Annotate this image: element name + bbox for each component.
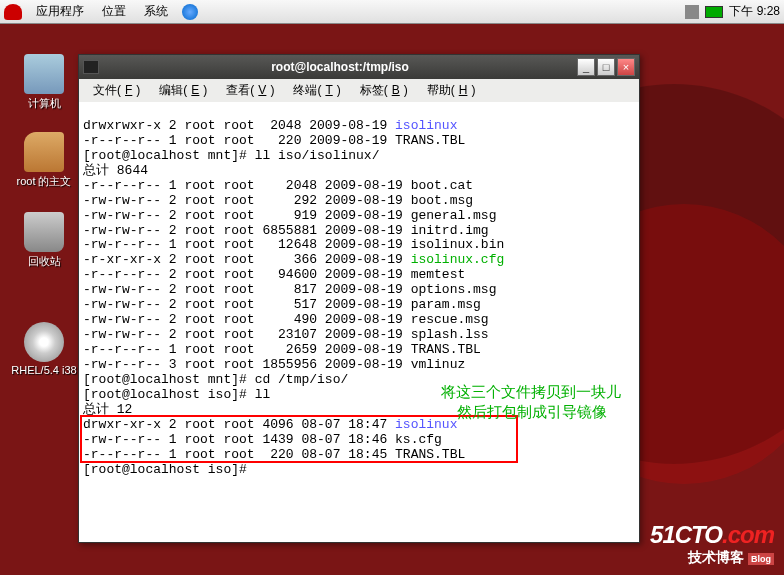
output-line: -rw-rw-r-- 2 root root 6855881 2009-08-1…	[83, 223, 489, 238]
desktop-computer-icon[interactable]: 计算机	[8, 54, 80, 111]
prompt-line: [root@localhost mnt]# cd /tmp/iso/	[83, 372, 348, 387]
browser-icon[interactable]	[182, 4, 198, 20]
exe-isolinux-cfg: isolinux.cfg	[411, 252, 505, 267]
prompt-line: [root@localhost iso]# ll	[83, 387, 270, 402]
annotation-1: 将这三个文件拷贝到一块儿	[441, 385, 621, 402]
output-line: -rw-rw-r-- 2 root root 490 2009-08-19 re…	[83, 312, 489, 327]
terminal-icon	[83, 60, 99, 74]
menu-help[interactable]: 帮助(H)	[419, 81, 484, 100]
menu-file[interactable]: 文件(F)	[85, 81, 148, 100]
menu-terminal[interactable]: 终端(T)	[285, 81, 348, 100]
watermark: 51CTO.com 技术博客Blog	[650, 521, 774, 567]
menu-applications[interactable]: 应用程序	[28, 1, 92, 22]
clock[interactable]: 下午 9:28	[729, 3, 780, 20]
menu-system[interactable]: 系统	[136, 1, 176, 22]
menu-tabs[interactable]: 标签(B)	[352, 81, 416, 100]
output-line: -r--r--r-- 1 root root 2048 2009-08-19 b…	[83, 178, 473, 193]
title-bar[interactable]: root@localhost:/tmp/iso _ □ ×	[79, 55, 639, 79]
output-line: -rw-rw-r-- 2 root root 919 2009-08-19 ge…	[83, 208, 496, 223]
terminal-content[interactable]: drwxrwxr-x 2 root root 2048 2009-08-19 i…	[79, 102, 639, 542]
prompt-line: [root@localhost iso]#	[83, 462, 255, 477]
output-line: -rw-rw-r-- 2 root root 817 2009-08-19 op…	[83, 282, 496, 297]
dir-isolinux: isolinux	[395, 118, 457, 133]
highlight-box	[80, 415, 518, 463]
output-line: -r--r--r-- 1 root root 220 2009-08-19 TR…	[83, 133, 465, 148]
desktop-trash-icon[interactable]: 回收站	[8, 212, 80, 269]
menu-bar: 文件(F) 编辑(E) 查看(V) 终端(T) 标签(B) 帮助(H)	[79, 79, 639, 102]
output-line: -rw-r--r-- 1 root root 12648 2009-08-19 …	[83, 237, 504, 252]
battery-icon[interactable]	[705, 6, 723, 18]
output-line: -rw-rw-r-- 2 root root 517 2009-08-19 pa…	[83, 297, 481, 312]
output-line: -rw-rw-r-- 2 root root 292 2009-08-19 bo…	[83, 193, 473, 208]
desktop-home-icon[interactable]: root 的主文	[8, 132, 80, 189]
output-line: drwxrwxr-x 2 root root 2048 2009-08-19 i…	[83, 118, 457, 133]
menu-edit[interactable]: 编辑(E)	[151, 81, 215, 100]
close-button[interactable]: ×	[617, 58, 635, 76]
redhat-icon[interactable]	[4, 4, 22, 20]
minimize-button[interactable]: _	[577, 58, 595, 76]
menu-places[interactable]: 位置	[94, 1, 134, 22]
output-line: 总计 8644	[83, 163, 148, 178]
output-line: -r-xr-xr-x 2 root root 366 2009-08-19 is…	[83, 252, 504, 267]
menu-view[interactable]: 查看(V)	[218, 81, 282, 100]
desktop-drive-icon[interactable]: RHEL/5.4 i38	[8, 322, 80, 376]
window-title: root@localhost:/tmp/iso	[105, 60, 575, 74]
terminal-window: root@localhost:/tmp/iso _ □ × 文件(F) 编辑(E…	[78, 54, 640, 543]
output-line: -rw-r--r-- 3 root root 1855956 2009-08-1…	[83, 357, 465, 372]
top-panel: 应用程序 位置 系统 下午 9:28	[0, 0, 784, 24]
output-line: -rw-rw-r-- 2 root root 23107 2009-08-19 …	[83, 327, 489, 342]
book-icon[interactable]	[685, 5, 699, 19]
maximize-button[interactable]: □	[597, 58, 615, 76]
output-line: -r--r--r-- 2 root root 94600 2009-08-19 …	[83, 267, 465, 282]
annotation-2: 然后打包制成引导镜像	[457, 405, 607, 422]
prompt-line: [root@localhost mnt]# ll iso/isolinux/	[83, 148, 379, 163]
output-line: -r--r--r-- 1 root root 2659 2009-08-19 T…	[83, 342, 481, 357]
